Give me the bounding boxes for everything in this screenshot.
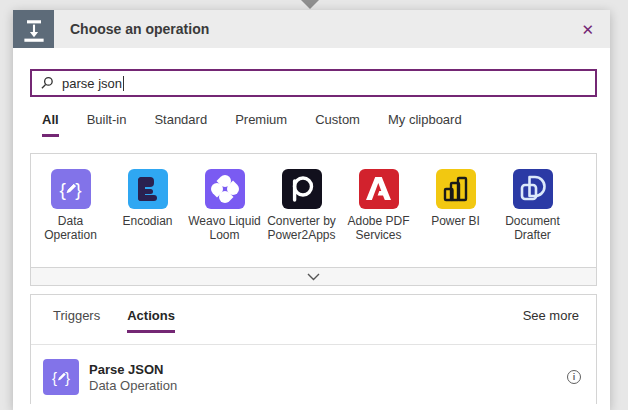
category-tabs: All Built-in Standard Premium Custom My … — [30, 112, 597, 137]
search-input[interactable]: parse json — [30, 69, 597, 97]
adobe-logo-icon — [359, 169, 399, 209]
search-icon — [40, 76, 54, 90]
result-title: Parse JSON — [89, 362, 177, 378]
tab-actions[interactable]: Actions — [127, 308, 175, 333]
power2apps-p-icon — [282, 169, 322, 209]
text-caret — [123, 76, 124, 91]
results-header: Triggers Actions See more — [31, 295, 596, 345]
connector-converter-power2apps[interactable]: Converter by Power2Apps — [263, 169, 340, 267]
collapse-gallery-button[interactable] — [30, 267, 597, 286]
tab-custom[interactable]: Custom — [315, 112, 360, 137]
encodian-icon — [128, 169, 168, 209]
flow-connector-arrow-icon — [301, 0, 319, 9]
see-more-link[interactable]: See more — [523, 308, 579, 323]
result-subtitle: Data Operation — [89, 378, 177, 393]
tab-triggers[interactable]: Triggers — [53, 308, 100, 333]
choose-operation-dialog: Choose an operation ✕ parse json All Bui… — [13, 10, 610, 410]
tab-built-in[interactable]: Built-in — [87, 112, 127, 137]
tab-all[interactable]: All — [42, 112, 59, 137]
chevron-down-icon — [307, 273, 320, 281]
power-bi-bars-icon — [436, 169, 476, 209]
connector-adobe-pdf-services[interactable]: Adobe PDF Services — [340, 169, 417, 267]
connector-encodian[interactable]: Encodian — [109, 169, 186, 267]
close-button[interactable]: ✕ — [577, 18, 598, 41]
connector-gallery: {} Data Operation Encodian — [30, 153, 597, 268]
result-parse-json[interactable]: {} Parse JSON Data Operation i — [31, 345, 596, 395]
data-operation-icon: {} — [51, 169, 91, 209]
connector-data-operation[interactable]: {} Data Operation — [32, 169, 109, 267]
parse-json-icon: {} — [43, 359, 79, 395]
dialog-header: Choose an operation ✕ — [13, 10, 610, 48]
tab-my-clipboard[interactable]: My clipboard — [388, 112, 462, 137]
new-step-icon — [13, 10, 54, 48]
connector-weavo-liquid-loom[interactable]: Weavo Liquid Loom — [186, 169, 263, 267]
weavo-pinwheel-icon — [205, 169, 245, 209]
results-panel: Triggers Actions See more {} Parse JSON … — [30, 294, 597, 404]
info-icon[interactable]: i — [567, 370, 581, 384]
connector-power-bi[interactable]: Power BI — [417, 169, 494, 267]
tab-premium[interactable]: Premium — [235, 112, 287, 137]
connector-document-drafter[interactable]: Document Drafter — [494, 169, 571, 267]
tab-standard[interactable]: Standard — [154, 112, 207, 137]
dialog-title: Choose an operation — [70, 21, 209, 37]
search-value: parse json — [62, 76, 122, 91]
document-drafter-d-icon — [513, 169, 553, 209]
